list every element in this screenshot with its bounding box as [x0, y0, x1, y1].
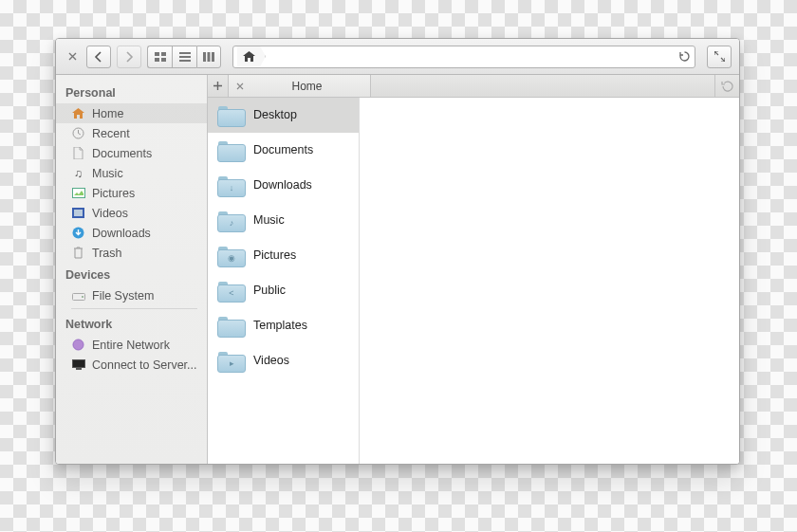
folder-icon: ▸ — [217, 350, 244, 371]
monitor-icon — [71, 358, 85, 372]
folder-icon: ◉ — [217, 245, 244, 266]
window-close-button[interactable] — [64, 46, 81, 68]
sidebar-item-music[interactable]: ♫ Music — [56, 163, 207, 183]
fullscreen-button[interactable] — [707, 46, 732, 68]
sidebar: Personal Home Recent Documents ♫ Music P… — [56, 75, 208, 464]
home-icon — [71, 106, 85, 120]
folder-label: Pictures — [253, 248, 296, 262]
view-list-button[interactable] — [172, 46, 196, 68]
folder-label: Desktop — [253, 108, 297, 121]
sidebar-item-documents[interactable]: Documents — [56, 143, 207, 163]
svg-rect-9 — [212, 52, 214, 62]
svg-rect-0 — [155, 52, 159, 56]
reload-button[interactable] — [678, 50, 691, 63]
close-icon — [68, 52, 77, 61]
view-icons-button[interactable] — [147, 46, 172, 68]
column-view-panes: Desktop Documents ↓ Downloads ♪ Music — [208, 98, 739, 464]
view-mode-segmented — [147, 46, 221, 68]
tab-close-button[interactable] — [236, 83, 244, 90]
folder-row-desktop[interactable]: Desktop — [208, 98, 359, 133]
folder-row-documents[interactable]: Documents — [208, 133, 359, 168]
sidebar-item-downloads[interactable]: Downloads — [56, 223, 207, 243]
folder-icon — [217, 139, 244, 160]
picture-icon — [71, 186, 85, 200]
music-icon: ♫ — [71, 166, 85, 180]
view-columns-button[interactable] — [196, 46, 221, 68]
svg-rect-19 — [76, 368, 82, 370]
tab-new-button[interactable] — [208, 75, 229, 97]
path-segment-home[interactable] — [237, 46, 266, 67]
svg-rect-5 — [179, 56, 191, 58]
download-icon — [71, 226, 85, 240]
main-area: Home Desktop Documents — [208, 75, 739, 464]
window-body: Personal Home Recent Documents ♫ Music P… — [56, 75, 739, 464]
folder-label: Templates — [253, 319, 307, 332]
folder-label: Downloads — [253, 178, 312, 192]
expand-icon — [714, 51, 725, 62]
miller-column-0[interactable]: Desktop Documents ↓ Downloads ♪ Music — [208, 98, 360, 464]
sidebar-item-filesystem[interactable]: File System — [56, 285, 207, 305]
tab-strip-spacer — [371, 75, 714, 97]
folder-icon — [217, 104, 244, 125]
sidebar-item-trash[interactable]: Trash — [56, 243, 207, 263]
history-icon — [721, 80, 733, 92]
folder-row-templates[interactable]: Templates — [208, 308, 359, 343]
columns-icon — [203, 52, 214, 62]
sidebar-item-label: Music — [92, 167, 123, 180]
folder-row-public[interactable]: < Public — [208, 273, 359, 308]
plus-icon — [213, 82, 222, 90]
arrow-right-icon — [123, 51, 135, 63]
miller-column-1[interactable] — [360, 98, 739, 464]
sidebar-item-pictures[interactable]: Pictures — [56, 183, 207, 203]
svg-point-17 — [73, 339, 83, 350]
svg-rect-6 — [179, 60, 191, 62]
sidebar-item-network[interactable]: Entire Network — [56, 335, 207, 355]
sidebar-item-label: Trash — [92, 247, 122, 260]
tab-label: Home — [257, 80, 357, 93]
sidebar-item-label: Entire Network — [92, 339, 170, 352]
sidebar-item-label: Videos — [92, 207, 128, 220]
list-icon — [179, 52, 191, 62]
svg-rect-18 — [72, 360, 84, 368]
drive-icon — [71, 288, 85, 303]
nav-back-button[interactable] — [86, 46, 111, 68]
tab-home[interactable]: Home — [229, 75, 371, 97]
folder-row-music[interactable]: ♪ Music — [208, 203, 359, 238]
document-icon — [71, 146, 85, 160]
sidebar-item-home[interactable]: Home — [56, 103, 207, 123]
video-icon — [71, 206, 85, 220]
sidebar-header-devices: Devices — [56, 263, 207, 285]
svg-rect-1 — [161, 52, 166, 56]
globe-icon — [71, 338, 85, 352]
nav-forward-button[interactable] — [117, 46, 141, 68]
folder-label: Documents — [253, 143, 313, 156]
folder-label: Videos — [253, 354, 289, 367]
history-button[interactable] — [714, 75, 739, 97]
sidebar-item-label: Documents — [92, 147, 152, 160]
folder-row-videos[interactable]: ▸ Videos — [208, 343, 359, 378]
close-icon — [236, 83, 244, 90]
trash-icon — [71, 246, 85, 260]
toolbar — [56, 39, 739, 75]
svg-rect-3 — [161, 58, 166, 62]
svg-point-16 — [82, 296, 83, 298]
sidebar-item-label: Recent — [92, 127, 130, 140]
tab-strip: Home — [208, 75, 739, 98]
sidebar-item-videos[interactable]: Videos — [56, 203, 207, 223]
sidebar-item-recent[interactable]: Recent — [56, 123, 207, 143]
sidebar-separator — [71, 308, 197, 309]
clock-icon — [71, 126, 85, 140]
folder-icon: ↓ — [217, 174, 244, 195]
svg-rect-7 — [203, 52, 206, 62]
file-manager-window: Personal Home Recent Documents ♫ Music P… — [55, 38, 740, 465]
sidebar-item-label: File System — [92, 289, 154, 303]
svg-rect-2 — [155, 58, 159, 62]
sidebar-header-network: Network — [56, 312, 207, 335]
sidebar-item-label: Pictures — [92, 187, 135, 200]
folder-row-downloads[interactable]: ↓ Downloads — [208, 168, 359, 203]
folder-row-pictures[interactable]: ◉ Pictures — [208, 238, 359, 273]
path-bar[interactable] — [232, 46, 695, 68]
sidebar-item-connect-server[interactable]: Connect to Server... — [56, 355, 207, 375]
folder-icon: < — [217, 280, 244, 301]
sidebar-item-label: Downloads — [92, 227, 151, 240]
